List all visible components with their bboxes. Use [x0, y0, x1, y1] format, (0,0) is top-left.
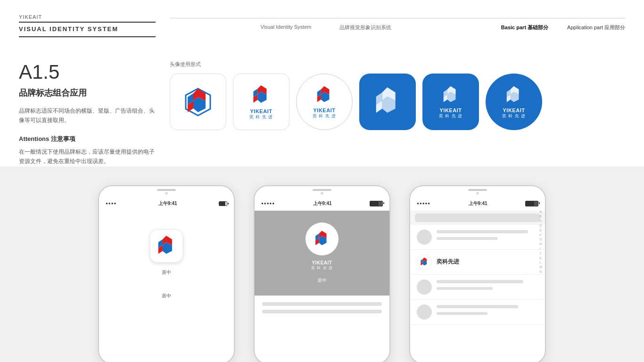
logo-text-cn: 奕 科 先 进	[249, 114, 273, 120]
phone-mockup-3: ●●●●● 上午9:41	[409, 185, 546, 362]
list-avatar-1	[417, 230, 432, 245]
phone-3-battery	[525, 201, 538, 206]
phone-2-app-label: 居中	[317, 277, 327, 284]
phone-2-status-bar: ●●●●● 上午9:41	[255, 197, 389, 211]
alpha-index: ABCDEFGHIJKLMN	[539, 210, 542, 274]
phone-3-signal: ●●●●●	[417, 201, 430, 206]
vis-label-cn: 品牌视觉形象识别系统	[339, 24, 391, 31]
brand-list-icon	[417, 255, 432, 270]
section-number: A1.5	[19, 61, 156, 83]
brand-name: YIKEAIT	[19, 14, 156, 20]
logo-with-text-2: YIKEAIT 奕 科 先 进	[249, 84, 273, 120]
phone-2-content	[255, 296, 389, 324]
list-line-f	[437, 312, 487, 315]
header-center-labels: Visual Identity System 品牌视觉形象识别系统	[260, 24, 391, 31]
list-brand-name: 奕科先进	[437, 258, 459, 266]
list-avatar-2	[417, 280, 432, 295]
nav-basic[interactable]: Basic part 基础部分	[501, 24, 548, 31]
phone-3-time: 上午9:41	[469, 200, 487, 207]
list-line-d	[437, 287, 493, 290]
list-item-placeholder-2	[410, 275, 545, 300]
section-title: 品牌标志组合应用	[19, 87, 156, 99]
attention-title: Attentions 注意事项	[19, 135, 156, 143]
phone-1-app-label: 居中	[162, 269, 171, 276]
list-lines-1	[437, 230, 538, 244]
logo-card-2: YIKEAIT 奕 科 先 进	[233, 74, 289, 130]
main-content: A1.5 品牌标志组合应用 品牌标志适应不同场合的横版、竖版、广告语组合、头像等…	[0, 47, 644, 166]
hex-logo-6	[504, 85, 524, 106]
hex-logo-5	[440, 85, 461, 106]
content-line-2	[262, 310, 382, 313]
phone-1-app-icon	[150, 230, 183, 263]
vis-label-en: Visual Identity System	[260, 24, 311, 31]
logo-text-en: YIKEAIT	[249, 108, 273, 114]
list-lines-3	[437, 305, 538, 319]
brand-title: VISUAL IDENTITY SYSTEM	[19, 22, 156, 37]
phone-mockup-2: ●●●●● 上午9:41 YIKEAIT 奕 科 先 进 居中	[254, 185, 390, 362]
logo-card-6: YIKEAIT 奕 科 先 进	[486, 74, 542, 130]
hex-logo-2	[250, 84, 272, 107]
phone-1-battery	[219, 201, 227, 206]
logo-text-cn-3: 奕 科 先 进	[313, 113, 337, 119]
avatar-label: 头像使用形式	[170, 61, 625, 68]
attention-desc: 在一般情况下使用品牌标志，应该尽量使用提供的电子资源文件，避免在重绘中出现误差。	[19, 147, 156, 166]
list-line-a	[437, 230, 528, 233]
phone-2-splash: YIKEAIT 奕 科 先 进 居中	[255, 211, 389, 296]
sidebar: A1.5 品牌标志组合应用 品牌标志适应不同场合的横版、竖版、广告语组合、头像等…	[19, 61, 170, 166]
header-left: YIKEAIT VISUAL IDENTITY SYSTEM	[19, 14, 170, 37]
hex-logo-1	[183, 87, 214, 117]
list-avatar-3	[417, 304, 432, 320]
phone-3-search	[410, 211, 545, 225]
logo-text-en-5: YIKEAIT	[439, 107, 463, 113]
phone-3-status-bar: ●●●●● 上午9:41	[410, 197, 545, 211]
phone-1-signal: ●●●●	[106, 201, 116, 206]
hex-logo-4	[371, 85, 404, 118]
splash-logo-container	[305, 222, 339, 255]
content-line-1	[262, 302, 382, 306]
logo-text-cn-6: 奕 科 先 进	[502, 113, 526, 119]
logo-with-text-5: YIKEAIT 奕 科 先 进	[439, 85, 463, 119]
logo-card-1	[170, 74, 226, 130]
logo-with-text-3: YIKEAIT 奕 科 先 进	[313, 85, 337, 119]
list-line-c	[437, 280, 523, 283]
content-area: 头像使用形式	[170, 61, 625, 166]
logo-text-en-6: YIKEAIT	[502, 107, 526, 113]
phone-1-status-bar: ●●●● 上午9:41	[99, 197, 234, 211]
header: YIKEAIT VISUAL IDENTITY SYSTEM Visual Id…	[0, 0, 644, 47]
list-line-e	[437, 305, 518, 308]
list-lines-2	[437, 280, 538, 294]
section-desc: 品牌标志适应不同场合的横版、竖版、广告语组合、头像等可以直接取用。	[19, 106, 156, 125]
header-center: Visual Identity System 品牌视觉形象识别系统	[170, 18, 482, 31]
phone-3-list: 奕科先进	[410, 225, 545, 325]
logo-card-4	[359, 74, 416, 130]
list-item-placeholder-3	[410, 300, 545, 325]
splash-brand-cn: 奕 科 先 进	[311, 265, 333, 271]
logo-text-cn-5: 奕 科 先 进	[439, 113, 463, 119]
nav-application[interactable]: Application part 应用部分	[567, 24, 625, 31]
list-line-b	[437, 237, 498, 240]
hex-logo-3	[314, 85, 335, 106]
phone-mockup-1: ●●●● 上午9:41 居中 居中	[98, 185, 235, 362]
splash-brand-en: YIKEAIT	[311, 260, 333, 265]
phones-section: ●●●● 上午9:41 居中 居中	[0, 166, 644, 362]
logo-text-en-3: YIKEAIT	[313, 107, 337, 113]
phone-2-battery	[370, 201, 383, 206]
list-item-brand: 奕科先进	[410, 250, 545, 275]
header-right: Basic part 基础部分 Application part 应用部分	[482, 18, 625, 31]
logo-showcase-row: YIKEAIT 奕 科 先 进	[170, 74, 625, 130]
phone-1-screen: 居中 居中	[99, 211, 234, 309]
logo-card-3: YIKEAIT 奕 科 先 进	[296, 74, 353, 130]
logo-card-5: YIKEAIT 奕 科 先 进	[422, 74, 479, 130]
list-item-placeholder-1	[410, 225, 545, 250]
phone-1-time: 上午9:41	[158, 200, 177, 207]
phone-2-signal: ●●●●●	[261, 201, 275, 206]
search-bar	[415, 214, 540, 222]
logo-with-text-6: YIKEAIT 奕 科 先 进	[502, 85, 526, 119]
phone-1-under-label: 居中	[162, 293, 171, 299]
phone-2-time: 上午9:41	[313, 200, 332, 207]
